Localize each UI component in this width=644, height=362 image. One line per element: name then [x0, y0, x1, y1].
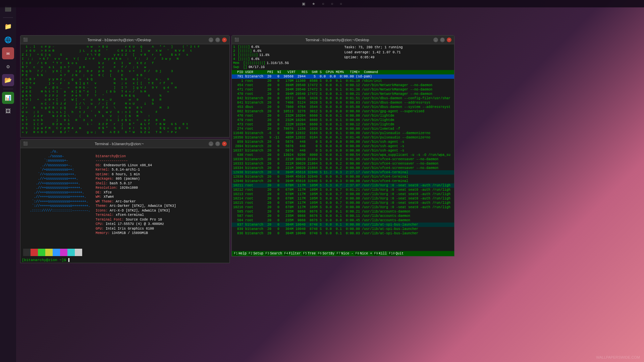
- htop-row[interactable]: 10215 root 20 0 678M 117M 105M S 0.0 0.7…: [232, 201, 454, 205]
- color-swatch-4: [53, 249, 60, 256]
- footer-f8[interactable]: F8Nice +: [355, 252, 372, 255]
- neo-theme-line: Theme: Arc-Darker [GTK2], Adwaita [GTK3]: [96, 204, 176, 208]
- wm-icon5: ○: [340, 2, 342, 6]
- term-line: h q b 7 / : y K ( D s p 0 # p 0 9 2 h v …: [22, 69, 228, 73]
- minimize-button-3[interactable]: _: [433, 38, 438, 42]
- neo-icons-line: Icons: Arc-X-D [GTK2], Adwaita [GTK3]: [96, 209, 170, 213]
- htop-row[interactable]: 11640 b1tanarch -6 0 485M 12832 9164 S 0…: [232, 131, 454, 135]
- htop-row[interactable]: 476 root 20 0 232M 10204 8660 S 0.0 0.1 …: [232, 114, 454, 118]
- cpu-bar-4: 4 [|||| ] 6.6%: [233, 57, 342, 61]
- htop-row[interactable]: 479 root 20 0 232M 10204 8660 S 0.0 0.1 …: [232, 118, 454, 122]
- terminal-prompt-2[interactable]: [b1tanarchy@zion ~]$ ▌: [20, 257, 229, 263]
- htop-row[interactable]: 12940 b1tanarch 20 0 394M 45616 32840 S …: [232, 179, 454, 183]
- htop-row[interactable]: 10337 b1tanarch 20 0 5876 448 0 S 0.0 0.…: [232, 148, 454, 153]
- footer-f7[interactable]: F7Nice -: [336, 252, 353, 255]
- color-swatch-5: [60, 249, 67, 256]
- htop-row[interactable]: 584 root 20 0 235M 9868 8676 S 0.0 0.0 0…: [232, 218, 454, 223]
- taskbar-icon-thunar[interactable]: 📂: [2, 74, 14, 86]
- htop-row[interactable]: 10350 b1tanarch 9 -11 485M 12832 9164 S …: [232, 135, 454, 140]
- taskbar-icon-mail[interactable]: ✉: [2, 47, 14, 59]
- htop-row[interactable]: 471 root 20 0 394M 20540 17472 S 0.0 0.1…: [232, 87, 454, 92]
- color-swatch-2: [38, 249, 45, 256]
- htop-row[interactable]: 10330 b1tanarch 20 0 221M 30020 21864 S …: [232, 157, 454, 162]
- cpu-bar-3: 3 [|||||||| ] 11.8%: [233, 53, 342, 57]
- taskbar-icon-settings[interactable]: ⚙: [2, 61, 14, 73]
- htop-row[interactable]: 453 dbus 20 0 7860 4764 3544 S 0.0 0.0 0…: [232, 105, 454, 109]
- htop-row[interactable]: 839 b1tanarch 20 0 304M 10040 8748 S 0.0…: [232, 227, 454, 231]
- taskbar-icon-files[interactable]: 📁: [2, 20, 14, 33]
- footer-f4[interactable]: F4Filter: [283, 252, 301, 255]
- terminal-window-3: ⬛ Terminal - b1tanarchy@zion:~/Desktop _…: [231, 35, 454, 256]
- footer-f3[interactable]: F3Search: [265, 252, 282, 255]
- term-line: g K k 9 J F z # # e h f ? ' & H & q 6 %: [22, 94, 228, 98]
- footer-f10[interactable]: F10Quit: [388, 252, 404, 255]
- htop-row[interactable]: 841 b1tanarch 20 0 7408 5124 3628 S 0.0 …: [232, 101, 454, 105]
- color-swatch-7: [75, 249, 82, 256]
- taskbar-divider2: [3, 89, 13, 89]
- htop-row[interactable]: 859 b1tanarch 20 0 5876 448 0 S 0.0 0.0 …: [232, 140, 454, 144]
- htop-row-selected[interactable]: 791 b1tanarch 20 0 30568 2944 S 0.0 0.0 …: [232, 74, 454, 79]
- close-button-3[interactable]: ✕: [447, 38, 451, 42]
- htop-row[interactable]: 470 root 20 0 394M 20540 17472 S 0.0 0.1…: [232, 92, 454, 96]
- htop-row[interactable]: 12939 b1tanarch 20 0 394M 45616 32840 S …: [232, 175, 454, 179]
- minimize-button-1[interactable]: _: [209, 38, 213, 42]
- term-line: ; < B 7 y y m Z , g u k Q 8 h D m l ' c …: [22, 77, 228, 81]
- close-button-1[interactable]: ✕: [222, 38, 227, 42]
- htop-row[interactable]: 454 root 20 0 394M 20540 17472 S 0.0 0.1…: [232, 83, 454, 87]
- term-line: 0 7 c o a 1 g n 7 p 0 x z # f / ; 1 w: [22, 65, 228, 69]
- htop-row[interactable]: 10333 b1tanarch 20 0 221M 30020 21864 S …: [232, 162, 454, 166]
- term-line: W , J 4 P N J # 8 \ ( k T k V ; ( N M !: [22, 114, 228, 118]
- term-line: J r 0 s g F B : y Q P l J f f 4 \ N m 8 …: [22, 106, 228, 110]
- maximize-button-3[interactable]: □: [440, 38, 445, 42]
- footer-f1[interactable]: F1Help: [233, 252, 247, 255]
- htop-row[interactable]: 862 b1tanarch 20 0 10513 3276 3012 S 0.0…: [232, 109, 454, 114]
- watermark: WALLPAPERSWIDE.COM: [596, 355, 640, 359]
- htop-row[interactable]: 638 root 20 0 13924 9200 8060 S 0.0 0.1 …: [232, 153, 454, 157]
- taskbar-divider: [3, 17, 13, 18]
- footer-f6[interactable]: F6SortBy: [317, 252, 334, 255]
- htop-row[interactable]: 842 b1tanarch 20 0 6572 4036 3428 S 0.0 …: [232, 96, 454, 101]
- htop-row[interactable]: 1 root 20 0 170M 11360 8588 S 0.0 0.1 0:…: [232, 79, 454, 83]
- taskbar: ⬛ 📁 🌐 ✉ ⚙ 📂 📊 🖼: [0, 0, 16, 362]
- htop-row[interactable]: 585 root 20 0 235M 9868 8676 S 0.0 0.1 0…: [232, 209, 454, 214]
- htop-process-list[interactable]: 791 b1tanarch 20 0 30568 2944 S 0.0 0.0 …: [232, 74, 454, 236]
- close-button-2[interactable]: ✕: [222, 141, 227, 146]
- htop-row[interactable]: 587 root 20 0 235M 9868 8676 S 0.0 0.1 0…: [232, 214, 454, 218]
- footer-f2[interactable]: F2Setup: [248, 252, 263, 255]
- taskbar-icon-app[interactable]: 🖼: [2, 105, 14, 117]
- htop-row[interactable]: 10211 root 20 0 678M 117M 105M S 5.3 0.7…: [232, 183, 454, 188]
- htop-row[interactable]: 10216 root 20 0 678M 117M 105M S 0.0 0.7…: [232, 205, 454, 209]
- htop-row[interactable]: 10213 root 20 0 678M 117M 105M S 0.0 0.7…: [232, 192, 454, 196]
- terminal-content-1[interactable]: 1 . l c # p - n w > $ U r K U Q A * ^ ] …: [20, 44, 229, 137]
- htop-uptime: Uptime: 6:05:49: [344, 55, 453, 60]
- footer-f9[interactable]: F9Kill: [373, 252, 387, 255]
- htop-row[interactable]: 10334 b1tanarch 20 0 221M 30020 21864 S …: [232, 166, 454, 170]
- terminal-window-2: ⬛ Terminal - b1tanarchy@zion:~ _ □ ✕ ./o…: [20, 139, 230, 263]
- neo-gpu-line: GPU: Intel Iris Graphics 6100: [96, 227, 154, 231]
- htop-row[interactable]: 473 root 20 0 232M 10204 8660 S 0.0 0.1 …: [232, 122, 454, 127]
- maximize-button-2[interactable]: □: [215, 141, 220, 146]
- maximize-button-1[interactable]: □: [215, 38, 220, 42]
- terminal-controls-3: _ □ ✕: [433, 38, 451, 42]
- htop-content[interactable]: 1 [|||| ] 6.6% 2 [||||| ] 6.6%: [232, 44, 454, 251]
- neo-separator: ----------------: [96, 159, 128, 163]
- htop-row[interactable]: 836 b1tanarch 20 0 304M 10040 8748 S 0.0…: [232, 231, 454, 236]
- minimize-button-2[interactable]: _: [209, 141, 213, 146]
- term-line: 0 T u n b j 9 i R 3 s 3 u l z $ s < u z …: [22, 118, 228, 122]
- terminal-titlebar-2: ⬛ Terminal - b1tanarchy@zion:~ _ □ ✕: [20, 139, 229, 148]
- htop-row[interactable]: 10212 root 20 0 678M 117M 105M S 0.0 0.7…: [232, 188, 454, 192]
- term-line: 1 . l c # p - n w > $ U r K U Q A * ^ ] …: [22, 45, 228, 49]
- htop-row[interactable]: 837 b1tanarch 20 0 304M 10040 8748 S 0.0…: [232, 223, 454, 227]
- terminal-content-2[interactable]: ./o. ./sssso- `:osssssss+- .//ossssssso+…: [20, 148, 229, 247]
- wm-icon2: ★: [312, 2, 315, 6]
- htop-row[interactable]: 10214 root 20 0 678M 117M 105M S 0.0 0.7…: [232, 196, 454, 201]
- terminal-titlebar-1: ⬛ Terminal - b1tanarchy@zion:~/Desktop _…: [20, 36, 229, 44]
- window-manager-bar: ▣ ★ ○ ○ ○: [0, 0, 644, 7]
- terminal-icon-2: ⬛: [23, 141, 28, 146]
- taskbar-icon-monitor[interactable]: 📊: [2, 92, 14, 104]
- footer-f5[interactable]: F5Tree: [302, 252, 316, 255]
- taskbar-icon-browser[interactable]: 🌐: [2, 34, 14, 46]
- htop-row[interactable]: 274 root 20 0 78076 1156 1020 S 0.0 0.0 …: [232, 127, 454, 131]
- htop-row[interactable]: 2894 b1tanarch 20 0 5876 448 0 S 0.0 0.0…: [232, 144, 454, 148]
- htop-row[interactable]: 12938 b1tanarch 20 0 394M 45616 32840 S …: [232, 170, 454, 175]
